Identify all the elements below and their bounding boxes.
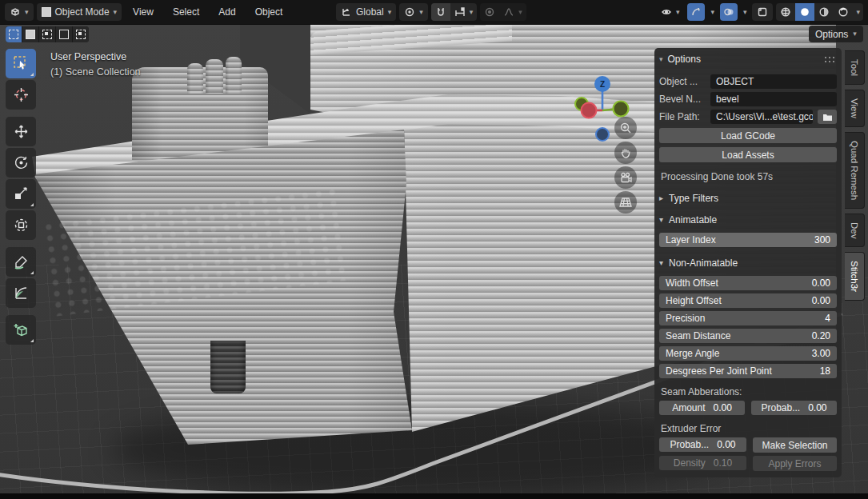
gizmo-axis-y-neg[interactable] xyxy=(614,102,629,117)
view-perspective-label: User Perspective xyxy=(50,51,141,62)
model-knob xyxy=(187,63,203,94)
editor-type-button[interactable]: ▾ xyxy=(5,3,34,21)
perspective-toggle-button[interactable] xyxy=(614,191,637,214)
pivot-point-dropdown[interactable]: ▾ xyxy=(399,3,428,21)
make-selection-button[interactable]: Make Selection xyxy=(753,437,837,453)
model-knob xyxy=(206,59,223,94)
tab-view[interactable]: View xyxy=(845,90,865,127)
chevron-down-icon: ▾ xyxy=(659,259,663,267)
select-mode-extend[interactable] xyxy=(22,26,38,42)
transform-orientation-dropdown[interactable]: Global ▾ xyxy=(336,3,396,21)
mode-label: Object Mode xyxy=(55,6,110,18)
load-assets-button[interactable]: Load Assets xyxy=(659,147,837,162)
panel-title: Options xyxy=(668,54,701,65)
object-name-label: Object ... xyxy=(659,76,706,87)
snap-target-dropdown[interactable]: ▾ xyxy=(450,3,478,21)
seam-probability-slider[interactable]: Probab... 0.00 xyxy=(751,401,837,415)
non-animatable-label: Non-Animatable xyxy=(669,257,738,269)
annotate-pencil-icon xyxy=(13,253,30,270)
shading-wireframe-button[interactable] xyxy=(776,3,795,21)
snap-toggle[interactable] xyxy=(431,3,450,21)
object-name-field[interactable]: OBJECT xyxy=(710,74,837,89)
shading-material-button[interactable] xyxy=(814,3,834,21)
zoom-button[interactable] xyxy=(614,117,637,139)
scale-icon xyxy=(13,186,30,202)
degrees-per-joint-slider[interactable]: Desgrees Per Joint Point 18 xyxy=(659,364,837,378)
scale-tool[interactable] xyxy=(6,179,36,209)
shading-solid-button[interactable] xyxy=(795,3,814,21)
density-slider[interactable]: Density 0.10 xyxy=(659,456,746,470)
measure-tool[interactable] xyxy=(6,278,36,308)
seam-amount-slider[interactable]: Amount 0.00 xyxy=(659,401,745,415)
tab-quad-remesh[interactable]: Quad Remesh xyxy=(845,132,865,209)
shading-dropdown[interactable]: ▾ xyxy=(853,3,863,21)
move-tool[interactable] xyxy=(6,117,36,146)
tool-options-dropdown[interactable]: Options ▾ xyxy=(809,26,863,42)
select-mode-invert[interactable] xyxy=(56,26,72,42)
section-animatable[interactable]: ▾ Animatable xyxy=(659,214,837,226)
width-offset-slider[interactable]: Width Offset 0.00 xyxy=(659,276,837,290)
section-type-filters[interactable]: ▸ Type Filters xyxy=(659,193,837,204)
tab-dev[interactable]: Dev xyxy=(845,214,865,247)
gizmo-axis-x[interactable] xyxy=(582,103,597,118)
chevron-down-icon: ▾ xyxy=(470,9,474,16)
select-box-icon xyxy=(13,55,30,72)
transform-tool[interactable] xyxy=(6,210,36,240)
layer-index-slider[interactable]: Layer Index 300 xyxy=(659,233,837,247)
chevron-down-icon: ▾ xyxy=(419,9,423,16)
camera-view-button[interactable] xyxy=(614,166,637,189)
height-offset-slider[interactable]: Height Offset 0.00 xyxy=(659,293,837,308)
merge-angle-slider[interactable]: Merge Angle 3.00 xyxy=(659,346,837,361)
menu-view[interactable]: View xyxy=(125,3,162,21)
precision-value: 4 xyxy=(825,313,830,324)
file-path-field[interactable]: C:\Users\Vi...e\test.gcode xyxy=(710,110,813,124)
tab-tool[interactable]: Tool xyxy=(845,50,865,85)
folder-icon xyxy=(822,113,833,122)
cursor-tool[interactable] xyxy=(6,80,36,110)
select-mode-group xyxy=(6,26,89,42)
annotate-tool[interactable] xyxy=(6,247,36,277)
show-overlays-dropdown[interactable]: ▾ xyxy=(741,3,750,21)
3d-viewport[interactable]: Options ▾ User Perspective (1) Scene Col… xyxy=(0,25,868,499)
file-browse-button[interactable] xyxy=(818,110,837,124)
extruder-probability-slider[interactable]: Probab... 0.00 xyxy=(659,437,746,452)
merge-angle-value: 3.00 xyxy=(812,348,830,359)
editor-type-icon xyxy=(10,6,21,18)
object-visibility-dropdown[interactable]: ▾ xyxy=(656,3,685,21)
select-mode-intersect[interactable] xyxy=(73,26,89,42)
chevron-down-icon: ▾ xyxy=(856,9,860,16)
window-bottom-edge xyxy=(0,493,868,499)
menu-select[interactable]: Select xyxy=(165,3,207,21)
density-label: Density xyxy=(674,457,706,469)
gizmo-axis-z-neg[interactable] xyxy=(596,128,609,141)
add-cube-tool[interactable] xyxy=(6,315,36,345)
viewport-nav-buttons xyxy=(614,117,637,214)
section-non-animatable[interactable]: ▾ Non-Animatable xyxy=(659,257,837,269)
panel-header[interactable]: ▾ Options xyxy=(659,52,837,66)
xray-toggle[interactable] xyxy=(752,3,773,21)
proportional-falloff-dropdown[interactable]: ▾ xyxy=(499,3,526,21)
precision-slider[interactable]: Precision 4 xyxy=(659,311,837,325)
tab-stitch3r[interactable]: Stitch3r xyxy=(845,252,865,301)
shading-rendered-button[interactable] xyxy=(834,3,853,21)
seam-distance-slider[interactable]: Seam Distance 0.20 xyxy=(659,329,837,343)
panel-drag-grip[interactable] xyxy=(824,56,837,63)
pan-button[interactable] xyxy=(614,142,637,164)
show-overlays-toggle[interactable] xyxy=(720,3,738,21)
apply-errors-button[interactable]: Apply Errors xyxy=(753,456,837,471)
load-gcode-button[interactable]: Load GCode xyxy=(659,128,837,143)
select-box-tool[interactable] xyxy=(6,49,36,78)
rotate-tool[interactable] xyxy=(6,148,36,178)
proportional-editing-toggle[interactable] xyxy=(480,3,499,21)
mode-selector[interactable]: Object Mode ▾ xyxy=(37,3,122,21)
menu-add[interactable]: Add xyxy=(210,3,243,21)
menu-object[interactable]: Object xyxy=(247,3,291,21)
zoom-icon xyxy=(619,122,632,134)
box-select-invert-icon xyxy=(59,30,69,39)
bevel-name-field[interactable]: bevel xyxy=(710,92,837,106)
snap-increment-icon xyxy=(454,6,466,18)
show-gizmo-dropdown[interactable]: ▾ xyxy=(708,3,717,21)
select-mode-set[interactable] xyxy=(6,26,22,42)
show-gizmo-toggle[interactable] xyxy=(687,3,705,21)
select-mode-subtract[interactable] xyxy=(39,26,55,42)
